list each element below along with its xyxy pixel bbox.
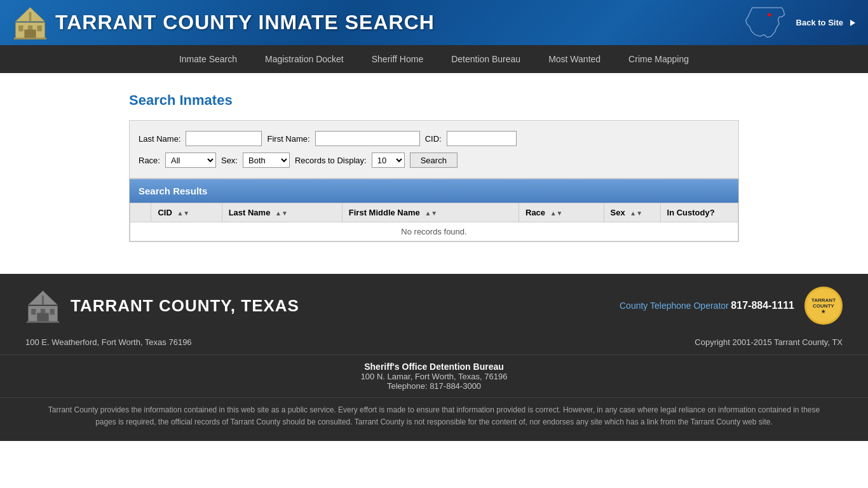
- th-sex[interactable]: Sex ▲▼: [604, 203, 660, 222]
- footer-right-area: County Telephone Operator 817-884-1111 T…: [620, 287, 843, 325]
- svg-rect-7: [14, 37, 46, 39]
- footer-office-name: Sheriff's Office Detention Bureau: [25, 362, 843, 372]
- main-content: Search Inmates Last Name: First Name: CI…: [116, 92, 752, 242]
- first-name-input[interactable]: [315, 131, 420, 146]
- th-race[interactable]: Race ▲▼: [519, 203, 604, 222]
- texas-map-icon: [740, 5, 791, 40]
- footer-office-phone: Telephone: 817-884-3000: [25, 381, 843, 391]
- sort-sex-icon: ▲▼: [630, 210, 642, 217]
- results-table: CID ▲▼ Last Name ▲▼ First Middle Name ▲▼…: [130, 203, 738, 241]
- footer-disclaimer: Tarrant County provides the information …: [0, 397, 868, 441]
- records-label: Records to Display:: [295, 156, 367, 165]
- page-title: Search Inmates: [129, 92, 739, 109]
- svg-rect-4: [24, 30, 36, 39]
- search-button[interactable]: Search: [410, 152, 458, 168]
- records-select[interactable]: 10 25 50 100: [372, 152, 405, 168]
- footer-phone-area: County Telephone Operator 817-884-1111: [620, 300, 794, 311]
- footer-address: 100 E. Weatherford, Fort Worth, Texas 76…: [25, 337, 192, 347]
- race-label: Race:: [139, 156, 160, 165]
- search-results-container: Search Results CID ▲▼ Last Name ▲▼ First…: [129, 179, 739, 242]
- svg-point-8: [768, 13, 771, 17]
- nav-detention-bureau[interactable]: Detention Bureau: [437, 45, 534, 73]
- results-header: Search Results: [130, 179, 738, 203]
- sort-firstname-icon: ▲▼: [424, 210, 437, 217]
- svg-rect-6: [29, 12, 32, 22]
- header-left: TARRANT COUNTY INMATE SEARCH: [13, 5, 435, 40]
- sort-cid-icon: ▲▼: [177, 210, 189, 217]
- site-title: TARRANT COUNTY INMATE SEARCH: [55, 11, 435, 34]
- svg-rect-16: [27, 321, 59, 323]
- no-records-row: No records found.: [130, 222, 738, 241]
- race-select[interactable]: All White Black Hispanic Asian Other: [165, 152, 216, 168]
- footer-phone-number: 817-884-1111: [731, 300, 794, 311]
- footer-logo-area: TARRANT COUNTY, TEXAS: [25, 288, 299, 323]
- table-header-row: CID ▲▼ Last Name ▲▼ First Middle Name ▲▼…: [130, 203, 738, 222]
- footer-address-row: 100 E. Weatherford, Fort Worth, Texas 76…: [0, 337, 868, 355]
- last-name-input[interactable]: [186, 131, 262, 146]
- svg-rect-1: [18, 25, 23, 31]
- footer-copyright: Copyright 2001-2015 Tarrant County, TX: [695, 337, 843, 347]
- footer-phone-label: County Telephone Operator: [620, 301, 729, 311]
- search-form: Last Name: First Name: CID: Race: All Wh…: [129, 120, 739, 179]
- site-header: TARRANT COUNTY INMATE SEARCH Back to Sit…: [0, 0, 868, 45]
- main-nav: Inmate Search Magistration Docket Sherif…: [0, 45, 868, 73]
- sort-race-icon: ▲▼: [550, 210, 563, 217]
- footer: TARRANT COUNTY, TEXAS County Telephone O…: [0, 274, 868, 441]
- back-arrow-icon: [850, 20, 855, 26]
- svg-rect-15: [42, 295, 44, 305]
- th-first-middle-name[interactable]: First Middle Name ▲▼: [342, 203, 519, 222]
- last-name-label: Last Name:: [139, 134, 180, 144]
- svg-rect-12: [50, 309, 55, 315]
- th-in-custody: In Custody?: [660, 203, 738, 222]
- first-name-label: First Name:: [267, 134, 309, 144]
- no-records-cell: No records found.: [130, 222, 738, 241]
- nav-most-wanted[interactable]: Most Wanted: [534, 45, 614, 73]
- footer-courthouse-icon: [25, 288, 60, 323]
- back-to-site-link[interactable]: Back to Site: [796, 18, 843, 27]
- header-right: Back to Site: [740, 5, 855, 40]
- cid-label: CID:: [425, 134, 442, 144]
- svg-rect-10: [31, 309, 36, 315]
- footer-county-name: TARRANT COUNTY, TEXAS: [71, 296, 299, 316]
- sort-lastname-icon: ▲▼: [275, 210, 288, 217]
- footer-middle: Sheriff's Office Detention Bureau 100 N.…: [0, 355, 868, 397]
- form-row-names: Last Name: First Name: CID:: [139, 131, 729, 146]
- footer-top: TARRANT COUNTY, TEXAS County Telephone O…: [0, 274, 868, 337]
- county-seal: TARRANTCOUNTY★: [804, 287, 843, 325]
- nav-magistration-docket[interactable]: Magistration Docket: [251, 45, 358, 73]
- nav-inmate-search[interactable]: Inmate Search: [165, 45, 251, 73]
- nav-crime-mapping[interactable]: Crime Mapping: [614, 45, 703, 73]
- th-checkbox: [130, 203, 151, 222]
- footer-office-address: 100 N. Lamar, Fort Worth, Texas, 76196: [25, 372, 843, 381]
- sex-select[interactable]: Both Male Female: [243, 152, 290, 168]
- nav-sheriff-home[interactable]: Sheriff Home: [358, 45, 437, 73]
- svg-rect-13: [37, 313, 48, 322]
- th-cid[interactable]: CID ▲▼: [151, 203, 222, 222]
- cid-input[interactable]: [447, 131, 517, 146]
- th-last-name[interactable]: Last Name ▲▼: [222, 203, 342, 222]
- courthouse-icon: [13, 5, 48, 40]
- svg-rect-3: [37, 25, 42, 31]
- sex-label: Sex:: [221, 156, 238, 165]
- form-row-filters: Race: All White Black Hispanic Asian Oth…: [139, 152, 729, 168]
